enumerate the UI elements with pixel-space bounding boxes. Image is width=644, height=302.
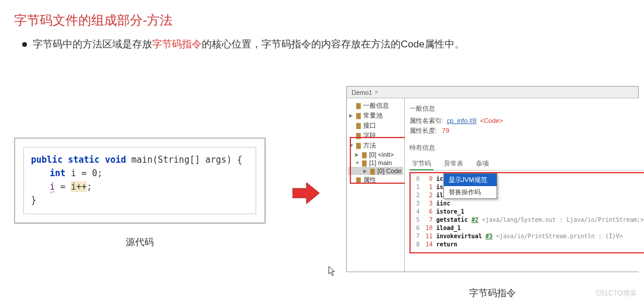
kw-void: void [105,155,126,165]
expr-ipp: i++ [71,181,87,192]
arrow-right-icon [292,181,319,205]
tree-attrs[interactable]: ▇属性 [348,175,403,185]
tree-general[interactable]: ▇一般信息 [348,101,403,111]
chevron-right-icon: ▶ [355,152,360,157]
sub-tabs: 字节码 异常表 杂项 [409,158,644,171]
num-zero: 0 [92,168,97,179]
folder-icon: ▇ [356,122,361,129]
chevron-down-icon: ▼ [355,160,360,166]
tree-constpool[interactable]: ▶▇常量池 [348,111,403,121]
folder-icon: ▇ [362,160,367,166]
folder-icon: ▇ [362,152,367,158]
watermark: ©51CTO博客 [595,289,637,298]
tree-init[interactable]: ▶▇[0] <init> [348,150,403,159]
right-column: Demo1 × ▇一般信息 ▶▇常量池 ▇接口 ▇字段 ▼▇方法 ▶▇[0] <… [346,86,639,300]
kw-static: static [68,155,99,165]
inspector-panel: Demo1 × ▇一般信息 ▶▇常量池 ▇接口 ▇字段 ▼▇方法 ▶▇[0] <… [346,86,639,272]
context-menu: 显示JVM规范 替换操作码 [443,173,497,199]
folder-icon: ▇ [356,102,361,109]
page-title: 字节码文件的组成部分-方法 [0,0,644,29]
bc-row: 8 14 return [413,241,644,249]
tree-methods[interactable]: ▼▇方法 [348,140,403,150]
tab-demo1[interactable]: Demo1 × [347,88,383,97]
caption-source: 源代码 [14,236,266,249]
folder-icon: ▇ [356,142,361,149]
semi-2: ; [87,181,92,192]
tab-misc[interactable]: 杂项 [474,158,491,170]
bullet-red: 字节码指令 [152,39,202,50]
ctx-show-jvm-spec[interactable]: 显示JVM规范 [444,174,497,186]
tree-interfaces[interactable]: ▇接口 [348,121,403,131]
tab-bar: Demo1 × [347,87,638,98]
eq: = [55,181,71,192]
chevron-right-icon: ▶ [363,169,368,174]
tree-main[interactable]: ▼▇[1] main [348,159,403,167]
chevron-right-icon: ▶ [349,113,354,118]
bullet-post: 的核心位置，字节码指令的内容存放在方法的Code属性中。 [202,39,464,50]
bc-row: 7 11 invokevirtual #3 <java/io/PrintStre… [413,232,644,241]
section-specific-title: 特有信息 [409,143,644,152]
decl-rest: i = [66,168,92,179]
close-icon[interactable]: × [374,89,378,95]
cp-ref[interactable]: #3 [485,233,493,239]
kw-int: int [50,168,66,179]
prop-length-val: 79 [442,127,449,134]
bullet-line: 字节码中的方法区域是存放字节码指令的核心位置，字节码指令的内容存放在方法的Cod… [0,29,644,51]
bc-row: 3 3 iinc [413,200,644,208]
semi-1: ; [97,168,102,179]
var-i: i [50,181,55,192]
tab-bytecode[interactable]: 字节码 [409,158,433,170]
tree-code[interactable]: ▶▇[0] Code [348,167,403,175]
bullet-dot [22,42,27,47]
details-pane: 一般信息 属性名索引: cp_info #8 <Code> 属性长度: 79 特… [405,98,644,272]
section-general-title: 一般信息 [409,104,644,113]
prop-name-index: 属性名索引: cp_info #8 <Code> [409,116,644,125]
bullet-pre: 字节码中的方法区域是存放 [33,39,152,50]
folder-icon: ▇ [356,112,361,119]
left-column: public static void main(String[] args) {… [14,138,266,249]
folder-icon: ▇ [356,177,361,183]
kw-public: public [31,155,63,165]
brace-close: } [31,194,249,207]
svg-marker-0 [292,183,319,204]
bc-row: 6 10 iload_1 [413,224,644,232]
tab-label: Demo1 [352,89,372,96]
source-code: public static void main(String[] args) {… [23,147,256,214]
prop-length: 属性长度: 79 [409,126,644,135]
bc-row: 5 7 getstatic #2 <java/lang/System.out :… [413,216,644,224]
content-row: public static void main(String[] args) {… [0,51,644,300]
source-code-box: public static void main(String[] args) {… [14,138,266,224]
tree-view[interactable]: ▇一般信息 ▶▇常量池 ▇接口 ▇字段 ▼▇方法 ▶▇[0] <init> ▼▇… [347,98,405,272]
tab-exceptions[interactable]: 异常表 [442,158,466,170]
tree-fields[interactable]: ▇字段 [348,131,403,140]
sig-rest: main(String[] args) { [126,155,243,165]
folder-icon: ▇ [356,132,361,139]
link-cpinfo[interactable]: cp_info #8 [447,117,477,124]
chevron-down-icon: ▼ [349,143,354,148]
code-tag: <Code> [480,117,503,124]
cp-ref[interactable]: #2 [471,217,478,223]
folder-icon: ▇ [370,168,375,174]
bc-row: 4 6 istore_1 [413,208,644,216]
ctx-replace-opcode[interactable]: 替换操作码 [444,186,497,198]
